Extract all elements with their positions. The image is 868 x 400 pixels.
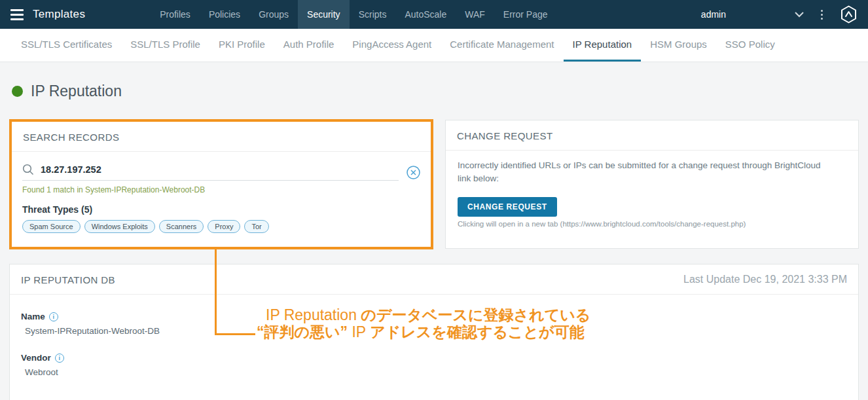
subnav-item-sso-policy[interactable]: SSO Policy [716, 29, 784, 62]
chip-scanners[interactable]: Scanners [159, 220, 204, 233]
change-request-note: Clicking will open in a new tab (https:/… [458, 220, 846, 228]
topnav-item-scripts[interactable]: Scripts [350, 0, 396, 29]
subnav-item-auth-profile[interactable]: Auth Profile [274, 29, 344, 62]
status-green-dot [12, 86, 23, 97]
field-vendor-label: Vendor [21, 353, 51, 363]
search-row [12, 152, 431, 181]
chip-windows-exploits[interactable]: Windows Exploits [84, 220, 155, 233]
annotation-connector-horizontal [215, 333, 255, 335]
info-icon[interactable]: i [55, 354, 64, 363]
user-menu[interactable]: admin [701, 9, 726, 20]
threat-types-label: Threat Types (5) [22, 204, 420, 215]
kebab-menu-icon[interactable] [821, 10, 823, 20]
clear-search-icon[interactable] [407, 166, 420, 179]
search-records-title: SEARCH RECORDS [12, 122, 431, 152]
search-icon [22, 164, 34, 175]
topnav-item-policies[interactable]: Policies [200, 0, 249, 29]
field-vendor: Vendor i Webroot [21, 353, 847, 377]
page-title-row: IP Reputation [12, 82, 122, 100]
db-card-header: IP REPUTATION DB Last Update Dec 19, 202… [10, 264, 858, 295]
topnav-right: admin [701, 5, 858, 24]
subnav-item-ssl-tls-profile[interactable]: SSL/TLS Profile [121, 29, 209, 62]
security-subnav: SSL/TLS Certificates SSL/TLS Profile PKI… [0, 29, 868, 62]
chip-tor[interactable]: Tor [244, 220, 268, 233]
topnav-item-groups[interactable]: Groups [249, 0, 298, 29]
subnav-item-certificate-management[interactable]: Certificate Management [441, 29, 563, 62]
topnav-item-waf[interactable]: WAF [456, 0, 494, 29]
topnav-item-security[interactable]: Security [298, 0, 350, 29]
hamburger-menu-icon[interactable] [10, 9, 24, 20]
chip-spam-source[interactable]: Spam Source [22, 220, 81, 233]
app-title: Templates [33, 8, 85, 21]
subnav-item-hsm-groups[interactable]: HSM Groups [641, 29, 716, 62]
annotation-connector-vertical [215, 249, 217, 335]
threat-type-chips: Spam Source Windows Exploits Scanners Pr… [22, 220, 420, 233]
change-request-title: CHANGE REQUEST [446, 120, 858, 151]
subnav-item-ip-reputation[interactable]: IP Reputation [564, 29, 642, 62]
chevron-down-icon[interactable] [795, 12, 804, 18]
search-input[interactable] [41, 164, 399, 175]
annotation-text: IP Reputation のデータベースに登録されている “評判の悪い” IP… [257, 306, 590, 340]
chip-proxy[interactable]: Proxy [208, 220, 240, 233]
search-field-underline [22, 164, 399, 181]
subnav-item-pingaccess-agent[interactable]: PingAccess Agent [343, 29, 441, 62]
db-last-update: Last Update Dec 19, 2021 3:33 PM [683, 274, 847, 285]
topnav-item-error-page[interactable]: Error Page [494, 0, 557, 29]
top-navbar: Templates Profiles Policies Groups Secur… [0, 0, 868, 29]
search-records-card: SEARCH RECORDS Found 1 match in System-I… [9, 119, 433, 249]
topnav-menu: Profiles Policies Groups Security Script… [151, 0, 556, 29]
change-request-card: CHANGE REQUEST Incorrectly identified UR… [445, 120, 859, 249]
search-result-text: Found 1 match in System-IPReputation-Web… [22, 185, 420, 194]
info-icon[interactable]: i [49, 312, 58, 321]
topnav-item-profiles[interactable]: Profiles [151, 0, 200, 29]
topnav-item-autoscale[interactable]: AutoScale [395, 0, 456, 29]
change-request-button[interactable]: CHANGE REQUEST [458, 197, 557, 217]
avi-logo-icon[interactable] [840, 5, 858, 24]
subnav-item-ssl-tls-certificates[interactable]: SSL/TLS Certificates [12, 29, 121, 62]
field-vendor-value: Webroot [21, 367, 847, 377]
db-card-title: IP REPUTATION DB [21, 274, 115, 285]
subnav-item-pki-profile[interactable]: PKI Profile [209, 29, 274, 62]
field-name-label: Name [21, 312, 45, 321]
page-title: IP Reputation [31, 82, 122, 100]
change-request-description: Incorrectly identified URLs or IPs can b… [446, 151, 845, 185]
